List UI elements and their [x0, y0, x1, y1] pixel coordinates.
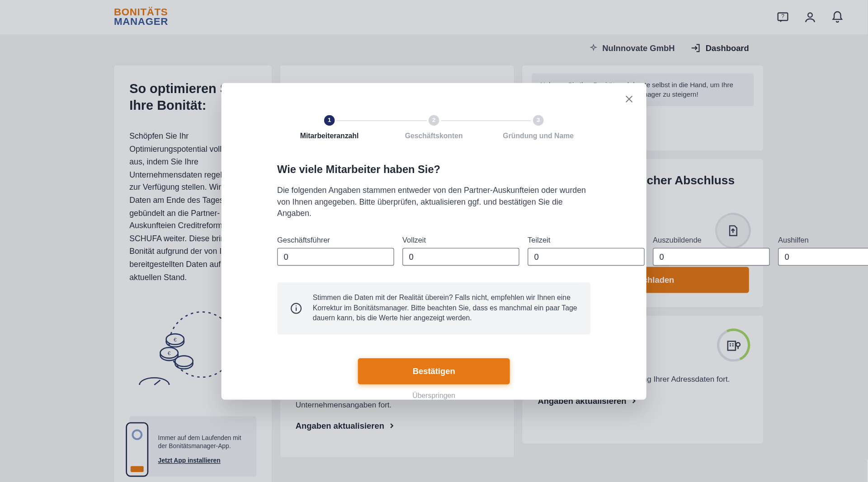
modal-note: Stimmen die Daten mit der Realität übere…: [277, 282, 590, 334]
modal-title: Wie viele Mitarbeiter haben Sie?: [277, 164, 590, 176]
skip-button[interactable]: Überspringen: [412, 391, 455, 399]
modal-note-text: Stimmen die Daten mit der Realität übere…: [313, 293, 578, 323]
step-2: 2 Geschäftskonten: [382, 115, 486, 140]
input-gf[interactable]: [277, 248, 394, 265]
employee-fields: Geschäftsführer Vollzeit Teilzeit Auszub…: [277, 236, 590, 266]
modal-lead: Die folgenden Angaben stammen entweder v…: [277, 184, 590, 219]
step-1-label: Mitarbeiteranzahl: [277, 131, 382, 140]
svg-point-29: [296, 305, 297, 306]
label-gf: Geschäftsführer: [277, 236, 394, 244]
close-icon[interactable]: [624, 94, 635, 107]
step-1: 1 Mitarbeiteranzahl: [277, 115, 382, 140]
step-2-label: Geschäftskonten: [382, 131, 486, 140]
input-tz[interactable]: [528, 248, 645, 265]
step-2-number: 2: [429, 115, 439, 126]
step-3: 3 Gründung und Name: [486, 115, 590, 140]
step-3-label: Gründung und Name: [486, 131, 590, 140]
label-tz: Teilzeit: [528, 236, 645, 244]
stepper: 1 Mitarbeiteranzahl 2 Geschäftskonten 3 …: [277, 115, 590, 140]
step-1-number: 1: [324, 115, 335, 126]
employee-modal: 1 Mitarbeiteranzahl 2 Geschäftskonten 3 …: [222, 83, 646, 400]
confirm-button[interactable]: Bestätigen: [358, 358, 510, 384]
label-aush: Aushilfen: [778, 236, 868, 244]
input-aush[interactable]: [778, 248, 868, 265]
modal-overlay: 1 Mitarbeiteranzahl 2 Geschäftskonten 3 …: [0, 0, 868, 482]
step-3-number: 3: [533, 115, 544, 126]
input-azubi[interactable]: [653, 248, 770, 265]
label-azubi: Auszubildende: [653, 236, 770, 244]
label-vz: Vollzeit: [402, 236, 519, 244]
input-vz[interactable]: [402, 248, 519, 265]
info-icon: [290, 302, 302, 314]
